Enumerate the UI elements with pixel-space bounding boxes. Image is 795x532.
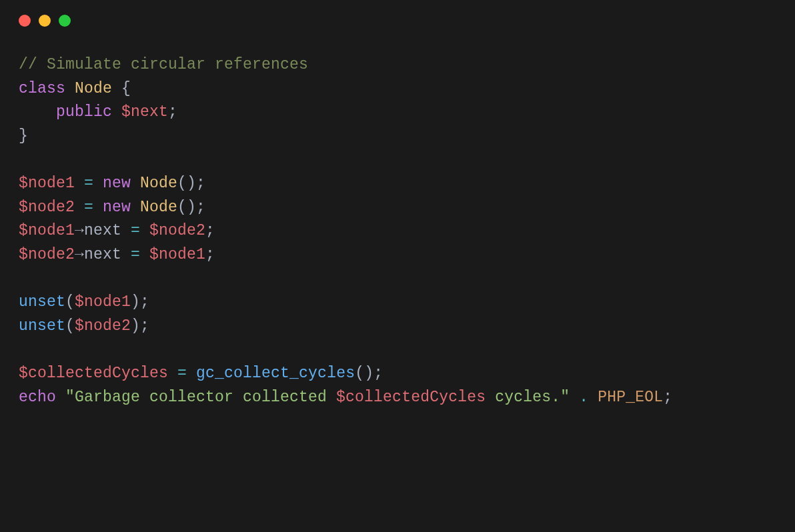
code-token-func: unset: [19, 293, 65, 311]
code-token-punc: ;: [205, 222, 215, 239]
minimize-icon[interactable]: [39, 15, 51, 27]
code-token-default: [121, 222, 131, 239]
code-token-var: $node2: [19, 246, 75, 263]
code-token-default: [121, 246, 131, 263]
code-token-keyword: echo: [19, 389, 56, 406]
code-token-string: "Garbage collector collected: [65, 389, 336, 406]
code-token-op: =: [131, 222, 140, 239]
code-token-var: $collectedCycles: [19, 365, 168, 382]
code-token-default: [112, 103, 121, 121]
code-token-default: [570, 389, 579, 406]
code-token-var: $node2: [75, 317, 131, 335]
code-token-classname: Node: [75, 80, 112, 97]
code-token-var: $node1: [19, 222, 75, 239]
code-token-const: PHP_EOL: [598, 389, 663, 406]
zoom-icon[interactable]: [59, 15, 71, 27]
close-icon[interactable]: [19, 15, 31, 27]
code-token-var: $node1: [19, 175, 75, 192]
code-token-default: →: [75, 222, 84, 239]
code-token-keyword: new: [103, 199, 131, 216]
titlebar: [0, 0, 795, 33]
code-token-punc: ();: [177, 199, 205, 216]
code-token-punc: (: [65, 293, 75, 311]
code-token-default: [75, 199, 84, 216]
editor-window: // Simulate circular references class No…: [0, 0, 795, 532]
code-token-op: =: [84, 199, 93, 216]
code-token-punc: );: [131, 317, 149, 335]
code-token-default: [131, 175, 140, 192]
code-token-default: [19, 103, 56, 121]
code-token-punc: ;: [168, 103, 177, 121]
code-token-op: =: [84, 175, 93, 192]
code-token-classname: Node: [140, 199, 177, 216]
code-token-punc: ;: [205, 246, 215, 263]
code-token-punc: );: [131, 293, 149, 311]
code-token-func: unset: [19, 317, 65, 335]
code-token-default: [75, 175, 84, 192]
code-token-var: $collectedCycles: [336, 389, 486, 406]
code-token-var: $next: [121, 103, 168, 121]
code-token-default: [93, 175, 103, 192]
code-token-punc: }: [19, 127, 28, 145]
code-token-default: [588, 389, 598, 406]
code-token-default: [140, 222, 149, 239]
code-token-var: $node1: [75, 293, 131, 311]
code-token-var: $node2: [19, 199, 75, 216]
code-token-op: .: [579, 389, 588, 406]
code-token-string: cycles.": [486, 389, 570, 406]
code-area[interactable]: // Simulate circular references class No…: [0, 33, 795, 429]
code-token-punc: ();: [177, 175, 205, 192]
code-token-func: gc_collect_cycles: [196, 365, 355, 382]
code-token-op: =: [131, 246, 140, 263]
code-token-default: [56, 389, 65, 406]
code-token-default: [168, 365, 177, 382]
code-token-default: →: [75, 246, 84, 263]
code-token-classname: Node: [140, 175, 177, 192]
code-token-default: [93, 199, 103, 216]
code-token-punc: ;: [663, 389, 672, 406]
code-token-default: [65, 80, 75, 97]
code-token-op: =: [177, 365, 187, 382]
code-token-punc: (: [65, 317, 75, 335]
code-token-default: next: [84, 246, 121, 263]
code-token-keyword: new: [103, 175, 131, 192]
code-token-punc: {: [112, 80, 131, 97]
code-token-keyword: class: [19, 80, 65, 97]
code-token-default: [187, 365, 196, 382]
code-token-comment: // Simulate circular references: [19, 56, 308, 73]
code-token-var: $node1: [149, 246, 205, 263]
code-token-default: next: [84, 222, 121, 239]
code-token-var: $node2: [149, 222, 205, 239]
code-token-punc: ();: [355, 365, 383, 382]
code-token-default: [131, 199, 140, 216]
code-token-default: [140, 246, 149, 263]
code-token-keyword: public: [56, 103, 112, 121]
